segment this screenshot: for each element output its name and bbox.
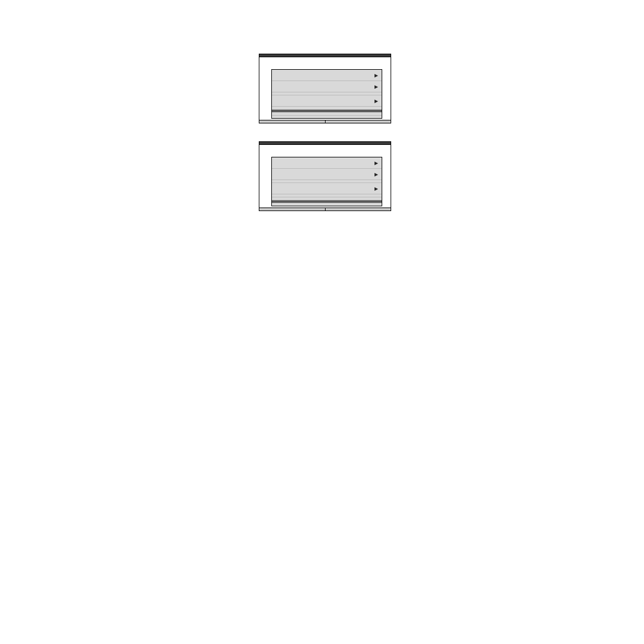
softkey-menu[interactable] <box>325 208 391 210</box>
phone-body: ▸ ▸ ▸ <box>259 145 391 208</box>
softkey-menu[interactable] <box>325 120 391 123</box>
menu-item-insert[interactable]: ▸ <box>272 157 382 169</box>
phone-body: ▸ ▸ ▸ <box>259 57 391 120</box>
menu-item-cancel-message[interactable] <box>272 116 382 118</box>
menu-item-remove[interactable]: ▸ <box>272 169 382 180</box>
context-menu: ▸ ▸ ▸ <box>271 157 382 206</box>
submenu-arrow-icon: ▸ <box>374 71 378 79</box>
submenu-arrow-icon: ▸ <box>374 82 378 91</box>
menu-item-remove[interactable]: ▸ <box>272 81 382 92</box>
phone-screen-1: ▸ ▸ ▸ <box>259 54 391 123</box>
menu-item-cancel-message[interactable] <box>272 203 382 206</box>
softkey-send[interactable] <box>259 120 325 123</box>
softkey-bar <box>259 208 391 210</box>
menu-item-slide[interactable]: ▸ <box>272 183 382 194</box>
document-page: ▸ ▸ ▸ ▸ ▸ ▸ <box>0 0 644 644</box>
submenu-arrow-icon: ▸ <box>374 159 378 167</box>
softkey-bar <box>259 120 391 123</box>
menu-item-slide[interactable]: ▸ <box>272 95 382 107</box>
softkey-send[interactable] <box>259 208 325 210</box>
menu-item-insert[interactable]: ▸ <box>272 70 382 81</box>
context-menu: ▸ ▸ ▸ <box>271 69 382 119</box>
submenu-arrow-icon: ▸ <box>374 97 378 105</box>
phone-screen-2: ▸ ▸ ▸ <box>259 141 391 211</box>
submenu-arrow-icon: ▸ <box>374 170 378 178</box>
submenu-arrow-icon: ▸ <box>374 184 378 193</box>
